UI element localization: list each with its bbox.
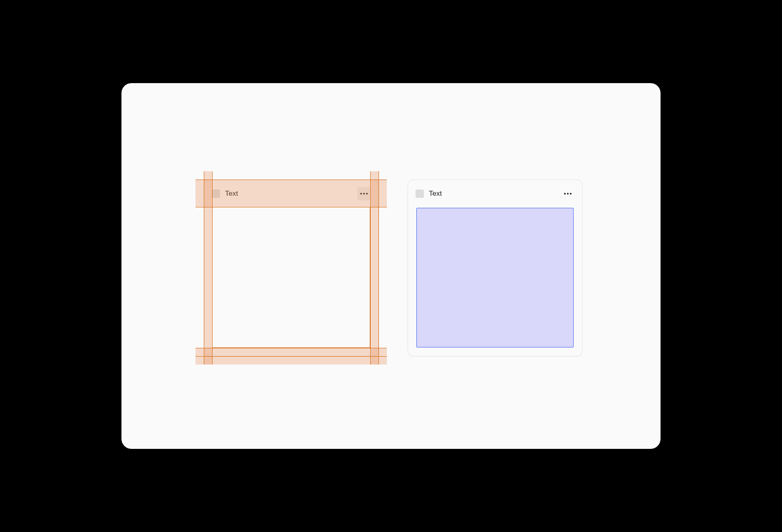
card-title: Text	[429, 190, 442, 198]
card-header: Text	[204, 180, 378, 207]
card-body-slot-selected[interactable]	[416, 208, 574, 347]
card-body-slot[interactable]	[213, 208, 370, 347]
cards-container: Text Text	[204, 180, 582, 356]
card-header-left: Text	[416, 190, 442, 198]
card-header: Text	[408, 180, 582, 207]
card-title: Text	[225, 190, 238, 198]
more-icon	[360, 193, 368, 195]
card-left[interactable]: Text	[204, 180, 379, 356]
card-header-left: Text	[212, 190, 238, 198]
more-button[interactable]	[561, 187, 574, 200]
placeholder-icon	[416, 190, 424, 198]
canvas: Text Text	[121, 83, 661, 449]
placeholder-icon	[212, 190, 220, 198]
more-button[interactable]	[357, 187, 371, 200]
card-right[interactable]: Text	[408, 180, 582, 356]
guide-horizontal	[196, 356, 387, 357]
more-icon	[564, 193, 572, 195]
